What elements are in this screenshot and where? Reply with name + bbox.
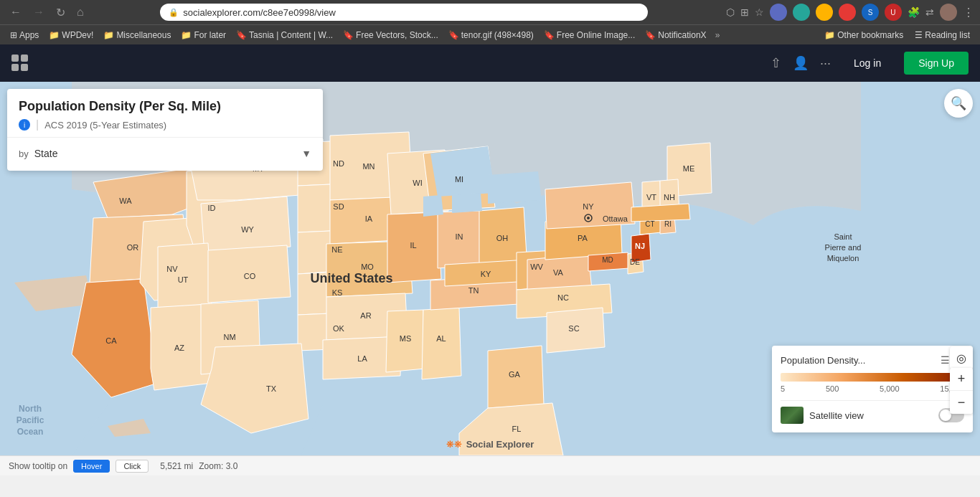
svg-text:OK: OK	[333, 324, 345, 333]
svg-text:VT: VT	[646, 193, 656, 202]
legend-gradient-bar	[781, 373, 964, 382]
cast-button[interactable]: ⬡	[726, 6, 735, 18]
reading-list-icon: ☰	[915, 30, 923, 40]
other-bookmarks[interactable]: 📁 Other bookmarks	[820, 29, 908, 42]
bookmark-tenor[interactable]: 🔖 tenor.gif (498×498)	[444, 29, 538, 42]
satellite-thumbnail	[781, 407, 804, 424]
address-bar[interactable]: 🔒 socialexplorer.com/c8ee7e0998/view	[160, 4, 648, 21]
login-button[interactable]: Log in	[842, 52, 892, 75]
tab-search-button[interactable]: ⊞	[740, 6, 749, 18]
chrome-menu-button[interactable]: ⋮	[963, 6, 974, 19]
forward-button[interactable]: →	[29, 4, 49, 20]
filter-by-label: by	[19, 148, 29, 159]
profile-avatar[interactable]	[940, 4, 957, 21]
svg-text:Pacific: Pacific	[17, 415, 44, 425]
embed-button[interactable]: 👤	[793, 55, 809, 71]
svg-text:MD: MD	[602, 256, 613, 264]
zoom-out-button[interactable]: −	[950, 391, 973, 414]
svg-text:Pierre and: Pierre and	[825, 243, 862, 252]
state-filter-select[interactable]: State ▼	[34, 145, 311, 162]
reading-list[interactable]: ☰ Reading list	[910, 29, 974, 42]
back-button[interactable]: ←	[6, 4, 26, 20]
zoom-in-button[interactable]: +	[950, 368, 973, 391]
share-button[interactable]: ⇧	[771, 55, 781, 71]
hover-button[interactable]: Hover	[73, 460, 110, 473]
svg-text:CT: CT	[645, 220, 654, 228]
svg-text:DE: DE	[630, 258, 640, 266]
bookmark-wpdev[interactable]: 📁 WPDev!	[44, 29, 98, 42]
status-distance: 5,521 mi	[160, 461, 193, 471]
svg-text:ND: ND	[333, 159, 344, 168]
bookmark-for-later[interactable]: 📁 For later	[176, 29, 230, 42]
svg-text:WY: WY	[241, 225, 254, 234]
svg-text:ME: ME	[683, 164, 695, 173]
svg-text:KY: KY	[481, 270, 491, 278]
home-button[interactable]: ⌂	[72, 4, 88, 20]
svg-text:Ottawa: Ottawa	[603, 214, 628, 223]
bookmark-free-online[interactable]: 🔖 Free Online Image...	[540, 29, 639, 42]
zoom-controls: + −	[950, 368, 973, 414]
bookmark-icon-2: 🔖	[343, 30, 354, 40]
svg-text:IA: IA	[365, 214, 373, 223]
folder-icon-2: 📁	[103, 30, 114, 40]
map-container: United States WA OR CA NV ID MT WY UT AZ…	[0, 82, 980, 455]
watermark-text: Social Explorer	[466, 439, 534, 450]
browser-right-actions: ⬡ ⊞ ☆ S U 🧩 ⇄ ⋮	[726, 4, 974, 21]
more-options-button[interactable]: ···	[820, 56, 831, 71]
sync-button[interactable]: ⇄	[925, 6, 934, 18]
panel-title: Population Density (Per Sq. Mile)	[19, 99, 311, 114]
avatar-5[interactable]: S	[862, 4, 879, 21]
extensions-button[interactable]: 🧩	[908, 6, 920, 18]
avatar-6[interactable]: U	[885, 4, 902, 21]
bookmark-icon-3: 🔖	[448, 30, 459, 40]
svg-text:MN: MN	[362, 162, 374, 171]
watermark-dots-icon: ❋❋	[446, 439, 462, 450]
svg-text:NJ: NJ	[635, 242, 645, 250]
svg-text:UT: UT	[178, 275, 189, 284]
avatar-3[interactable]	[816, 4, 833, 21]
bookmarks-more-button[interactable]: »	[712, 29, 723, 42]
svg-text:Saint: Saint	[834, 232, 852, 241]
svg-text:AL: AL	[436, 334, 446, 343]
app-header: ⇧ 👤 ··· Log in Sign Up	[0, 44, 980, 82]
svg-text:VA: VA	[553, 268, 564, 277]
svg-text:NY: NY	[583, 202, 594, 211]
logo-button[interactable]	[11, 55, 29, 72]
avatar-2[interactable]	[793, 4, 810, 21]
reload-button[interactable]: ↻	[52, 4, 70, 21]
svg-text:NE: NE	[331, 245, 342, 254]
header-right: ⇧ 👤 ··· Log in Sign Up	[771, 52, 969, 75]
tooltip-label: Show tooltip on	[9, 461, 67, 471]
avatar-4[interactable]	[839, 4, 856, 21]
bookmark-free-vectors[interactable]: 🔖 Free Vectors, Stock...	[339, 29, 443, 42]
info-icon[interactable]: i	[19, 119, 30, 131]
svg-text:LA: LA	[357, 354, 367, 363]
click-button[interactable]: Click	[116, 460, 149, 473]
svg-text:OH: OH	[496, 234, 509, 242]
bookmark-apps[interactable]: ⊞ Apps	[6, 29, 43, 42]
svg-text:RI: RI	[664, 220, 672, 228]
svg-text:MO: MO	[361, 262, 374, 271]
avatar-1[interactable]	[770, 4, 787, 21]
watermark: ❋❋ Social Explorer	[446, 439, 534, 450]
recenter-button[interactable]: ◎	[950, 346, 973, 369]
bookmark-notification-x[interactable]: 🔖 NotificationX	[641, 29, 710, 42]
svg-text:TN: TN	[468, 286, 479, 295]
search-button[interactable]: 🔍	[944, 89, 973, 118]
svg-text:SC: SC	[568, 324, 579, 333]
svg-text:MS: MS	[400, 334, 412, 343]
legend-table-view-button[interactable]: ☰	[941, 354, 950, 366]
svg-text:PA: PA	[578, 234, 588, 242]
svg-text:MI: MI	[455, 175, 463, 184]
bookmark-tasnia[interactable]: 🔖 Tasnia | Content | W...	[232, 29, 337, 42]
svg-text:WA: WA	[119, 197, 132, 205]
svg-text:Miquelon: Miquelon	[827, 254, 859, 262]
svg-text:NV: NV	[166, 265, 178, 273]
signup-button[interactable]: Sign Up	[904, 52, 969, 75]
folder-icon-1: 📁	[49, 30, 60, 40]
legend-label-2: 500	[826, 384, 839, 393]
bookmarks-bar: ⊞ Apps 📁 WPDev! 📁 Miscellaneous 📁 For la…	[0, 24, 980, 44]
satellite-label: Satellite view	[809, 410, 864, 421]
bookmark-misc[interactable]: 📁 Miscellaneous	[99, 29, 175, 42]
bookmark-button[interactable]: ☆	[755, 6, 764, 18]
